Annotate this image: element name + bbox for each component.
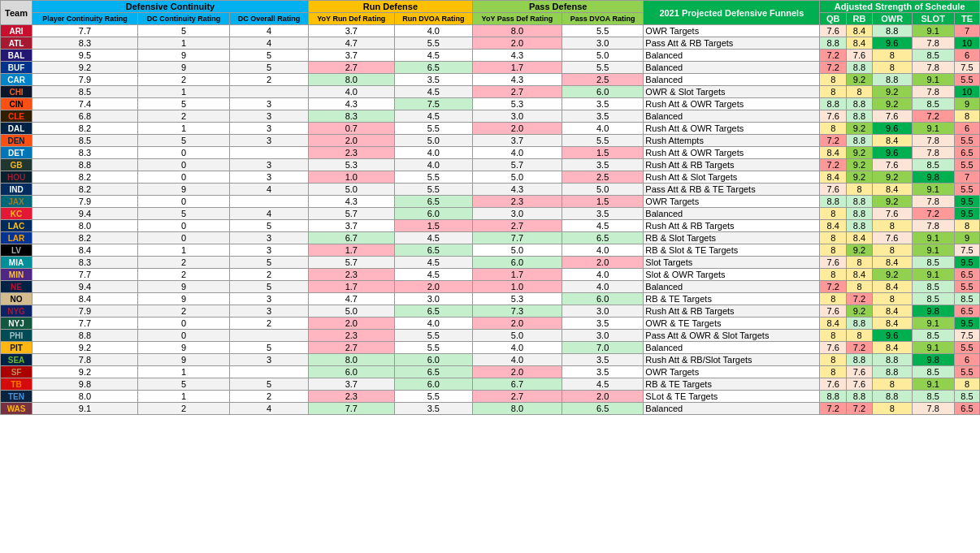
te-cell: 5.5	[954, 135, 979, 147]
pc-cell: 8.4	[33, 244, 138, 257]
pc-cell: 7.9	[33, 196, 138, 208]
pdvoa-cell: 4.0	[562, 244, 643, 257]
team-cell: LV	[1, 244, 33, 257]
slot-cell: 8.5	[912, 330, 954, 342]
te-cell: 9	[954, 98, 979, 110]
rdvoa-cell: 5.5	[394, 342, 472, 354]
table-row: PHI8.802.35.55.03.0Pass Att & OWR & Slot…	[1, 330, 980, 342]
table-row: IND8.2945.05.54.35.0Pass Att & RB & TE T…	[1, 184, 980, 196]
pc-cell: 8.0	[33, 391, 138, 403]
dco-cell	[230, 196, 309, 208]
pc-cell: 8.4	[33, 293, 138, 305]
team-cell: DEN	[1, 135, 33, 147]
pdvoa-cell: 5.5	[562, 62, 643, 74]
pdvoa-cell: 4.0	[562, 269, 643, 281]
ypd-cell: 1.0	[472, 281, 562, 293]
dco-cell	[230, 147, 309, 159]
pc-cell: 9.2	[33, 62, 138, 74]
qb-cell: 7.6	[820, 342, 847, 354]
dco-cell: 3	[230, 171, 309, 184]
rdvoa-cell: 5.0	[394, 135, 472, 147]
slot-cell: 8.5	[912, 159, 954, 171]
yrd-cell: 6.0	[308, 366, 394, 378]
dco-cell: 4	[230, 37, 309, 50]
dc-cell: 2	[137, 257, 229, 269]
pdvoa-cell: 4.5	[562, 220, 643, 232]
ypd-cell: 3.0	[472, 208, 562, 220]
pdvoa-cell: 4.0	[562, 281, 643, 293]
pc-cell: 9.1	[33, 403, 138, 415]
owr-cell: 8	[872, 220, 912, 232]
team-cell: TB	[1, 378, 33, 391]
team-cell: DAL	[1, 123, 33, 135]
rdvoa-cell: 4.5	[394, 86, 472, 98]
funnel-cell: OWR Targets	[644, 196, 820, 208]
yoy-pass-subheader: YoY Pass Def Rating	[472, 13, 562, 25]
slot-cell: 7.8	[912, 86, 954, 98]
ypd-cell: 4.3	[472, 184, 562, 196]
table-row: PIT9.2952.75.54.07.0Balanced7.67.28.49.1…	[1, 342, 980, 354]
team-cell: BUF	[1, 62, 33, 74]
table-row: GB8.8035.34.05.73.5Rush Att & RB Targets…	[1, 159, 980, 171]
slot-cell: 8.5	[912, 293, 954, 305]
pc-cell: 9.4	[33, 208, 138, 220]
rdvoa-cell: 5.5	[394, 37, 472, 50]
qb-cell: 8	[820, 330, 847, 342]
ypd-cell: 6.7	[472, 378, 562, 391]
dco-cell: 5	[230, 378, 309, 391]
table-row: DAL8.2130.75.52.04.0Rush Att & OWR Targe…	[1, 123, 980, 135]
yrd-cell: 5.7	[308, 208, 394, 220]
slot-cell: 7.2	[912, 110, 954, 123]
pdvoa-cell: 6.5	[562, 232, 643, 244]
pc-cell: 8.2	[33, 123, 138, 135]
dc-cell: 5	[137, 378, 229, 391]
qb-cell: 8	[820, 74, 847, 86]
te-cell: 7.5	[954, 244, 979, 257]
rb-cell: 8.4	[847, 232, 873, 244]
team-cell: BAL	[1, 50, 33, 62]
team-cell: MIA	[1, 257, 33, 269]
yrd-cell: 7.7	[308, 403, 394, 415]
rb-cell: 8.8	[847, 318, 873, 330]
slot-cell: 9.1	[912, 232, 954, 244]
te-cell: 6	[954, 123, 979, 135]
owr-cell: 8.8	[872, 25, 912, 37]
te-cell: 7	[954, 25, 979, 37]
table-row: DEN8.5532.05.03.75.5Rush Attempts7.28.88…	[1, 135, 980, 147]
te-cell: 5.5	[954, 74, 979, 86]
te-cell: 6.5	[954, 147, 979, 159]
rb-cell: 9.2	[847, 147, 873, 159]
yrd-cell: 4.7	[308, 293, 394, 305]
slot-cell: 7.2	[912, 208, 954, 220]
dco-cell: 3	[230, 232, 309, 244]
yrd-cell: 2.7	[308, 342, 394, 354]
funnel-cell: Balanced	[644, 342, 820, 354]
rb-cell: 7.6	[847, 378, 873, 391]
ypd-cell: 5.7	[472, 159, 562, 171]
ypd-cell: 7.3	[472, 305, 562, 318]
team-cell: ARI	[1, 25, 33, 37]
pd-header: Pass Defense	[472, 1, 643, 13]
dco-cell: 2	[230, 269, 309, 281]
pc-cell: 9.2	[33, 366, 138, 378]
te-cell: 10	[954, 86, 979, 98]
slot-cell: 9.1	[912, 378, 954, 391]
rb-cell: 7.2	[847, 403, 873, 415]
rdvoa-cell: 6.0	[394, 378, 472, 391]
dc-cell: 9	[137, 342, 229, 354]
pc-cell: 8.5	[33, 86, 138, 98]
owr-cell: 8.8	[872, 391, 912, 403]
dc-cell: 0	[137, 232, 229, 244]
owr-cell: 7.6	[872, 159, 912, 171]
funnel-cell: Balanced	[644, 62, 820, 74]
owr-cell: 8	[872, 293, 912, 305]
team-cell: NE	[1, 281, 33, 293]
qb-cell: 8.8	[820, 196, 847, 208]
dco-cell: 2	[230, 391, 309, 403]
pdvoa-cell: 1.5	[562, 147, 643, 159]
slot-cell: 8.5	[912, 391, 954, 403]
qb-cell: 8	[820, 244, 847, 257]
rdvoa-cell: 4.5	[394, 257, 472, 269]
table-row: WAS9.1247.73.58.06.5Balanced7.27.287.86.…	[1, 403, 980, 415]
rb-cell: 9.2	[847, 244, 873, 257]
